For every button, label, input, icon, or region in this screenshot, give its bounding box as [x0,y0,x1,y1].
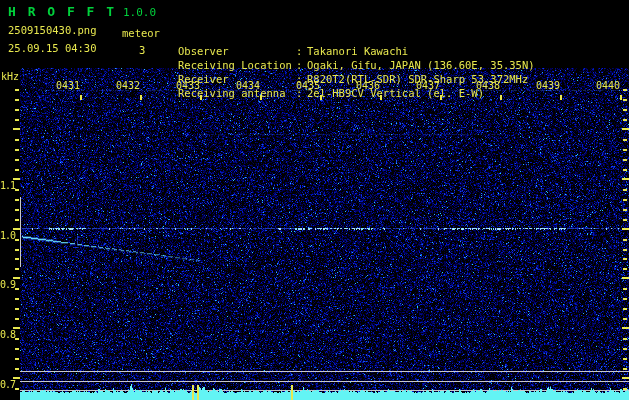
time-tick-label: 0434 [218,80,278,91]
freq-tick-label: 0.8 [0,329,16,379]
hrofft-window: H R O F F T 1.0.0 2509150430.png meteor … [0,0,629,400]
station-info-row: Receiving Location : Ogaki, Gifu, JAPAN … [178,58,535,72]
freq-axis-unit: kHz [1,71,19,82]
freq-tick-label: 1.1 [0,180,16,230]
observation-timestamp: 25.09.15 04:30 [8,42,97,54]
info-separator: : [296,44,304,58]
time-axis-labels: 0431043204330434043504360437043804390440 [38,80,629,91]
freq-tick-label: 0.7 [0,379,16,400]
info-label: Receiving Location [178,58,296,72]
time-tick-label: 0432 [98,80,158,91]
freq-tick-label: 0.9 [0,279,16,329]
info-value: Ogaki, Gifu, JAPAN (136.60E, 35.35N) [307,58,535,72]
time-tick-label: 0433 [158,80,218,91]
time-tick-label: 0440 [578,80,629,91]
time-tick-label: 0431 [38,80,98,91]
time-tick-label: 0439 [518,80,578,91]
time-tick-label: 0436 [338,80,398,91]
info-label: Observer [178,44,296,58]
meteor-count: 3 [139,44,145,56]
time-tick-label: 0435 [278,80,338,91]
output-filename: 2509150430.png [8,24,97,36]
time-tick-label: 0437 [398,80,458,91]
freq-tick-label: 1.0 [0,230,16,280]
info-value: Takanori Kawachi [307,44,408,58]
time-tick-label: 0438 [458,80,518,91]
app-title: H R O F F T [8,4,116,19]
freq-axis-labels: 1.11.00.90.80.70.6 [0,123,16,400]
app-version: 1.0.0 [123,6,156,19]
station-info-row: Observer : Takanori Kawachi [178,44,535,58]
info-separator: : [296,58,304,72]
observation-mode: meteor [122,27,160,39]
